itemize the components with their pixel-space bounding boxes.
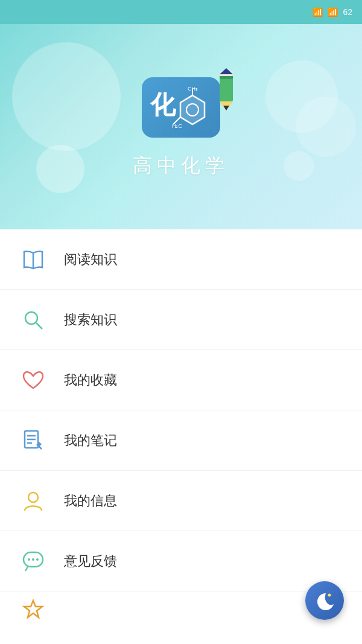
svg-line-14 [36,323,42,329]
heart-icon [18,365,48,395]
molecule-svg: CH₃ H₃C [171,84,214,135]
menu-item-search[interactable]: 搜索知识 [0,290,362,350]
menu-item-notes[interactable]: 我的笔记 [0,410,362,471]
menu-list: 阅读知识 搜索知识 我的收藏 [0,229,362,628]
chat-icon [18,546,48,576]
battery-text: 62 [343,7,352,17]
signal-icon: 📶 [328,7,338,17]
pencil-icon [211,68,241,110]
decorative-bubble-3 [296,97,356,157]
menu-label-favorites: 我的收藏 [64,371,117,389]
menu-item-profile[interactable]: 我的信息 [0,471,362,531]
app-icon-bg: 化 CH₃ H₃C [142,77,220,138]
decorative-bubble-2 [284,151,314,181]
moon-icon [314,590,335,611]
menu-label-profile: 我的信息 [64,492,117,510]
star-icon [18,595,48,625]
svg-point-25 [36,558,39,561]
menu-label-feedback: 意见反馈 [64,552,117,570]
fab-button[interactable] [305,581,344,620]
note-icon [18,426,48,456]
menu-item-read[interactable]: 阅读知识 [0,229,362,290]
menu-label-read: 阅读知识 [64,250,117,269]
svg-point-23 [28,558,30,561]
app-title: 高中化学 [133,153,229,179]
book-icon [18,244,48,275]
svg-marker-10 [223,106,229,110]
menu-label-notes: 我的笔记 [64,432,117,450]
svg-point-27 [328,594,331,597]
decorative-bubble-1 [36,145,84,193]
app-icon-container: 化 CH₃ H₃C [133,74,229,141]
search-icon [18,305,48,335]
svg-rect-9 [220,76,233,79]
wifi-icon: 📶 [313,7,323,17]
status-bar: 📶 📶 62 [0,0,362,24]
svg-marker-2 [180,95,205,124]
svg-point-13 [25,312,37,324]
user-icon [18,486,48,516]
svg-marker-26 [24,601,42,617]
header-banner: 化 CH₃ H₃C [0,24,362,229]
menu-item-favorites[interactable]: 我的收藏 [0,350,362,410]
menu-item-feedback[interactable]: 意见反馈 [0,531,362,591]
svg-point-21 [28,493,38,502]
menu-label-search: 搜索知识 [64,311,117,329]
svg-point-24 [32,558,34,561]
